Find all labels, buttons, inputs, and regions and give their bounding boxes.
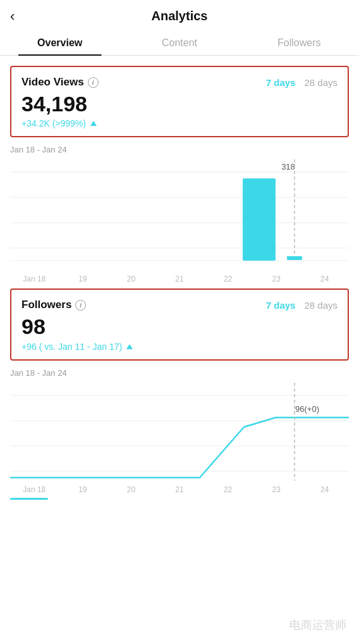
followers-header: Followers i 7 days 28 days bbox=[21, 299, 338, 311]
header: ‹ Analytics bbox=[0, 0, 359, 30]
bar-chart-x-axis: Jan 18 19 20 21 22 23 24 bbox=[10, 273, 349, 283]
video-views-value: 34,198 bbox=[21, 92, 338, 116]
followers-date-range: Jan 18 - Jan 24 bbox=[10, 368, 349, 378]
svg-rect-5 bbox=[243, 178, 276, 261]
video-views-card: Video Views i 7 days 28 days 34,198 +34.… bbox=[10, 66, 349, 137]
bar-chart-container: 318 Jan 18 19 20 21 22 23 24 bbox=[10, 159, 349, 283]
tab-bar: Overview Content Followers bbox=[0, 30, 359, 56]
indicator-line bbox=[10, 498, 48, 500]
video-views-28days-btn[interactable]: 28 days bbox=[304, 77, 338, 88]
video-views-info-icon[interactable]: i bbox=[88, 77, 99, 88]
video-views-header: Video Views i 7 days 28 days bbox=[21, 76, 338, 89]
bar-chart: 318 bbox=[10, 159, 349, 273]
followers-title-group: Followers i bbox=[21, 299, 86, 311]
tab-content[interactable]: Content bbox=[119, 30, 239, 55]
video-views-change: +34.2K (>999%) bbox=[21, 118, 338, 128]
bottom-indicator bbox=[10, 498, 349, 500]
svg-rect-8 bbox=[287, 256, 302, 260]
video-views-title-group: Video Views i bbox=[21, 76, 99, 89]
video-views-date-range: Jan 18 - Jan 24 bbox=[10, 145, 349, 154]
video-views-period-group: 7 days 28 days bbox=[266, 77, 338, 88]
followers-change: +96 ( vs. Jan 11 - Jan 17) bbox=[21, 342, 338, 352]
tab-overview[interactable]: Overview bbox=[0, 30, 119, 55]
line-chart-x-axis: Jan 18 19 20 21 22 23 24 bbox=[10, 484, 349, 494]
svg-text:96(+0): 96(+0) bbox=[295, 404, 319, 414]
video-views-title: Video Views bbox=[21, 76, 84, 89]
followers-period-group: 7 days 28 days bbox=[266, 300, 338, 311]
svg-text:318: 318 bbox=[281, 162, 295, 171]
back-button[interactable]: ‹ bbox=[10, 9, 15, 23]
line-chart-container: 96(+0) Jan 18 19 20 21 22 23 24 bbox=[10, 383, 349, 500]
line-chart: 96(+0) bbox=[10, 383, 349, 484]
followers-card: Followers i 7 days 28 days 98 +96 ( vs. … bbox=[10, 288, 349, 360]
main-content: Video Views i 7 days 28 days 34,198 +34.… bbox=[0, 56, 359, 500]
video-views-7days-btn[interactable]: 7 days bbox=[266, 77, 296, 88]
page-title: Analytics bbox=[152, 9, 208, 23]
followers-7days-btn[interactable]: 7 days bbox=[266, 300, 296, 311]
arrow-up-icon bbox=[90, 121, 97, 126]
followers-title: Followers bbox=[21, 299, 71, 311]
followers-info-icon[interactable]: i bbox=[75, 300, 86, 311]
followers-28days-btn[interactable]: 28 days bbox=[304, 300, 338, 311]
watermark: 电商运营师 bbox=[289, 617, 346, 633]
followers-value: 98 bbox=[21, 315, 338, 338]
followers-arrow-up-icon bbox=[126, 344, 133, 349]
tab-followers[interactable]: Followers bbox=[240, 30, 359, 55]
